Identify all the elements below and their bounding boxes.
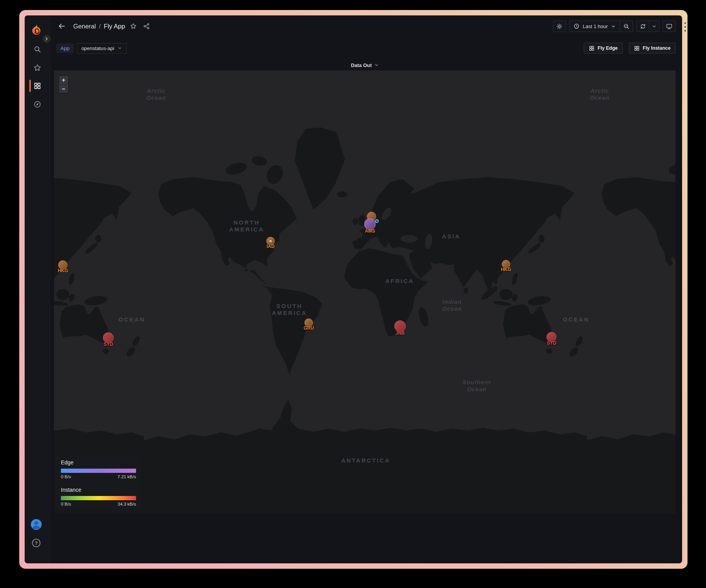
legend-edge-max: 7.21 kB/s [118,474,136,479]
map-zoom-control: + − [59,75,69,93]
grafana-app: ? General / Fly App [25,15,682,563]
time-range-label: Last 1 hour [583,23,608,29]
sidebar-item-search[interactable] [30,42,45,57]
chevron-down-icon [652,24,657,29]
sidebar-item-starred[interactable] [30,60,45,75]
zoom-out-icon [623,23,630,30]
refresh-button[interactable] [636,20,649,32]
dashboard-toolbar: Last 1 hour [553,20,676,32]
map-marker-label-ams: AMS [365,228,375,234]
legend-instance-min: 0 B/s [61,502,71,506]
arrow-left-icon [57,22,66,30]
map-marker-label-iad: IAD [267,244,275,249]
legend-instance: Instance 0 B/s 34.3 kB/s [56,483,141,509]
time-range-picker[interactable]: Last 1 hour [569,20,620,32]
legend-edge-min: 0 B/s [61,474,71,479]
breadcrumb-section[interactable]: General [73,23,96,30]
fly-instance-link[interactable]: Fly Instance [629,43,676,54]
panel-title-text: Data Out [351,62,371,68]
window-handle-dots [684,22,686,32]
back-button[interactable] [55,20,68,32]
map-marker-label-hkg: HKG [501,267,511,272]
legend-instance-gradient [61,496,136,500]
star-outline-icon [130,23,137,30]
panel-header[interactable]: Data Out [54,61,676,69]
breadcrumb-separator: / [99,23,101,30]
fly-instance-label: Fly Instance [643,45,671,51]
monitor-icon [666,23,672,30]
share-icon [143,23,150,30]
search-icon [34,45,41,53]
chevron-down-icon [118,46,122,50]
compass-icon [34,101,41,108]
chevron-right-icon [44,36,49,42]
apps-grid-icon [589,45,595,51]
chevron-down-icon [374,63,379,67]
star-icon [34,64,41,72]
variable-label: App [56,44,74,53]
apps-grid-icon [634,45,640,51]
marker-inner-dot [376,220,378,222]
legend-edge-title: Edge [61,459,136,466]
main-area: General / Fly App [50,15,682,563]
map-marker-label-syd: SYD [547,340,556,346]
geomap[interactable]: ArcticOceanArcticOceanNORTHAMERICAASIAAF… [54,70,676,513]
app-variable-dropdown[interactable]: openstatus-api [77,43,127,54]
fly-edge-link[interactable]: Fly Edge [584,43,623,54]
refresh-interval-dropdown[interactable] [649,20,659,32]
sidebar: ? [25,15,50,563]
favorite-dashboard-button[interactable] [127,20,140,32]
question-glyph: ? [35,541,37,546]
app-variable-value: openstatus-api [81,45,114,51]
refresh-icon [640,23,646,30]
user-avatar[interactable] [31,519,42,530]
legend-edge: Edge 0 B/s 7.21 kB/s [56,456,141,482]
map-marker-label-hkg: HKG [58,268,68,273]
breadcrumb: General / Fly App [73,23,125,30]
map-legend: Edge 0 B/s 7.21 kB/s Instance 0 B/s 34.3… [56,456,141,509]
marker-inner-dot [269,240,272,242]
tv-mode-button[interactable] [662,20,676,32]
time-zoom-out-button[interactable] [620,20,633,32]
world-map [54,70,676,513]
sidebar-expand-button[interactable] [42,34,52,44]
sidebar-item-explore[interactable] [30,97,45,112]
time-picker-group: Last 1 hour [569,20,633,32]
legend-edge-gradient [61,469,136,473]
map-marker-label-syd: SYD [104,342,113,347]
variables-bar: App openstatus-api Fly Edge [56,43,676,54]
dashboard-settings-button[interactable] [553,20,566,32]
chevron-down-icon [611,24,616,29]
window-frame: ? General / Fly App [19,10,688,569]
refresh-group [636,20,659,32]
map-zoom-out-button[interactable]: − [59,84,68,93]
clock-icon [573,23,580,29]
gear-icon [556,23,563,30]
fly-edge-label: Fly Edge [598,45,618,51]
map-marker-label-jnb: JNB [395,330,405,336]
legend-instance-max: 34.3 kB/s [118,502,136,506]
map-zoom-in-button[interactable]: + [59,76,68,84]
page-title: Fly App [104,23,125,30]
share-dashboard-button[interactable] [140,20,153,32]
sidebar-item-dashboards[interactable] [30,78,45,94]
help-button[interactable]: ? [31,538,41,548]
grafana-logo-icon[interactable] [30,24,42,36]
legend-instance-title: Instance [61,487,136,493]
dashboards-grid-icon [34,82,41,90]
map-marker-label-gru: GRU [304,325,314,331]
map-marker-blue[interactable] [375,219,379,223]
